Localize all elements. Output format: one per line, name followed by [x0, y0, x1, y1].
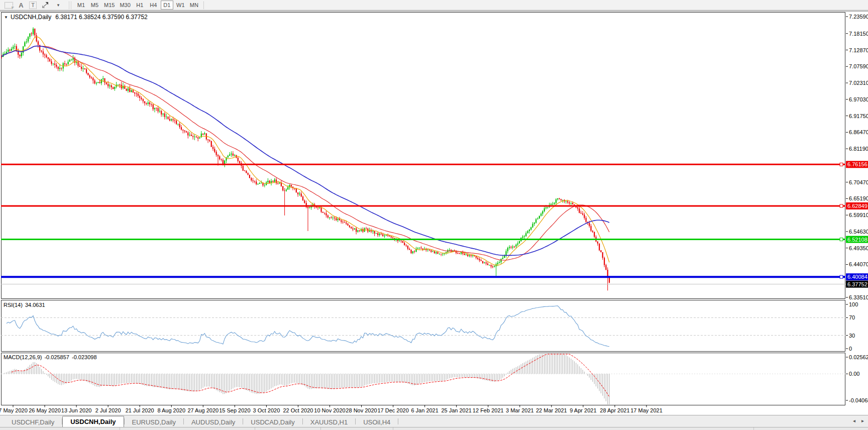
tab-scroll-left-icon[interactable]: ◂ [853, 418, 855, 424]
timeframe-h1-button[interactable]: H1 [134, 1, 146, 10]
tab-audusd-daily[interactable]: AUDUSD,Daily [184, 417, 243, 427]
svg-text:28 Nov 2020: 28 Nov 2020 [346, 407, 377, 413]
status-bar-segment [120, 427, 120, 430]
timeframe-d1-button[interactable]: D1 [161, 1, 173, 10]
status-bar-segment [255, 427, 255, 430]
svg-text:100: 100 [849, 301, 858, 307]
timeframe-toolbar: M1M5M15M30H1H4D1W1MN [74, 1, 201, 10]
svg-text:6.33510: 6.33510 [849, 294, 868, 300]
svg-text:28 Apr 2021: 28 Apr 2021 [600, 407, 629, 413]
macd-indicator-label: MACD(12,26,9)-0.025857-0.023098 [4, 354, 99, 360]
svg-text:6.49350: 6.49350 [849, 245, 868, 251]
tab-usdchf-daily[interactable]: USDCHF,Daily [4, 417, 62, 427]
tab-xauusd-h1[interactable]: XAUUSD,H1 [303, 417, 355, 427]
svg-text:15 Sep 2020: 15 Sep 2020 [219, 407, 250, 413]
toolbar: F A T ▾ M1M5M15M30H1H4D1W1MN [0, 0, 868, 11]
status-bar-segment [393, 427, 393, 430]
svg-text:27 Aug 2020: 27 Aug 2020 [187, 407, 219, 413]
toolbar-grip[interactable] [69, 2, 71, 9]
timeframe-h4-button[interactable]: H4 [147, 1, 160, 10]
rsi-value: 34.0631 [25, 302, 45, 308]
text-annotation-button[interactable]: A [16, 1, 26, 10]
svg-text:70: 70 [849, 314, 855, 320]
draw-arrows-icon [42, 2, 50, 9]
timeframe-m5-button[interactable]: M5 [88, 1, 101, 10]
svg-text:21 Jul 2020: 21 Jul 2020 [126, 407, 154, 413]
date-axis[interactable]: 7 May 202026 May 202013 Jun 20202 Jul 20… [0, 405, 663, 414]
mt4-window: F A T ▾ M1M5M15M30H1H4D1W1MN 6.761566.62… [0, 0, 868, 430]
macd-signal-value: -0.023098 [72, 354, 97, 360]
svg-text:6.59910: 6.59910 [849, 212, 868, 218]
text-box-icon: T [29, 2, 37, 9]
svg-text:7.12870: 7.12870 [849, 47, 868, 53]
svg-text:6.62849: 6.62849 [847, 203, 867, 209]
chevron-down-icon: ▾ [57, 3, 60, 8]
svg-text:12 Feb 2021: 12 Feb 2021 [473, 407, 504, 413]
svg-text:0.025623: 0.025623 [849, 354, 868, 360]
draw-arrows-button[interactable] [40, 1, 52, 10]
svg-text:8 Aug 2020: 8 Aug 2020 [157, 407, 185, 413]
timeframe-m15-button[interactable]: M15 [102, 1, 117, 10]
svg-text:6.81190: 6.81190 [849, 146, 868, 152]
svg-text:17 Dec 2020: 17 Dec 2020 [377, 407, 408, 413]
line-handle[interactable] [840, 163, 843, 166]
text-box-button[interactable]: T [27, 1, 39, 10]
status-bar-segment [320, 427, 321, 430]
status-bar [0, 427, 868, 430]
svg-text:7 May 2020: 7 May 2020 [0, 407, 28, 413]
arrows-dropdown-button[interactable]: ▾ [53, 1, 63, 10]
tab-divider [398, 418, 398, 424]
svg-text:10 Nov 2020: 10 Nov 2020 [314, 407, 345, 413]
svg-text:7.07590: 7.07590 [849, 63, 868, 69]
svg-text:2 Jul 2020: 2 Jul 2020 [95, 407, 121, 413]
timeframe-m30-button[interactable]: M30 [118, 1, 132, 10]
macd-name: MACD(12,26,9) [4, 354, 42, 360]
svg-text:6.40084: 6.40084 [847, 274, 867, 280]
svg-text:26 May 2020: 26 May 2020 [29, 407, 61, 413]
line-handle[interactable] [840, 204, 843, 207]
symbol-dropdown-icon[interactable]: ▼ [4, 15, 8, 20]
svg-text:3 Mar 2021: 3 Mar 2021 [506, 407, 534, 413]
timeframe-w1-button[interactable]: W1 [174, 1, 187, 10]
tab-eurusd-daily[interactable]: EURUSD,Daily [125, 417, 183, 427]
chart-tabs: USDCHF,DailyUSDCNH,DailyEURUSD,DailyAUDU… [0, 415, 868, 427]
svg-text:6.97030: 6.97030 [849, 96, 868, 102]
timeframe-mn-button[interactable]: MN [188, 1, 200, 10]
svg-text:0: 0 [849, 346, 852, 352]
svg-text:13 Jun 2020: 13 Jun 2020 [61, 407, 92, 413]
svg-text:6.44070: 6.44070 [849, 261, 868, 267]
rsi-indicator-label: RSI(14)34.0631 [4, 302, 48, 308]
tab-scroll-right-icon[interactable]: ▸ [861, 418, 864, 424]
status-bar-segment [753, 427, 754, 430]
svg-text:7.18150: 7.18150 [849, 31, 868, 37]
svg-text:6.52108: 6.52108 [847, 237, 867, 243]
price-axis[interactable]: 7.235907.181507.128707.075907.023106.970… [846, 14, 868, 300]
svg-text:3 Oct 2020: 3 Oct 2020 [253, 407, 280, 413]
svg-text:7.23590: 7.23590 [849, 14, 868, 20]
svg-text:22 Oct 2020: 22 Oct 2020 [283, 407, 313, 413]
tab-usoil-h4[interactable]: USOil,H4 [356, 417, 398, 427]
tab-usdcad-daily[interactable]: USDCAD,Daily [243, 417, 302, 427]
rsi-name: RSI(14) [4, 302, 23, 308]
svg-text:6.65190: 6.65190 [849, 195, 868, 201]
svg-text:7.02310: 7.02310 [849, 80, 868, 86]
timeframe-m1-button[interactable]: M1 [75, 1, 87, 10]
pane-borders [2, 13, 845, 405]
svg-text:6.54630: 6.54630 [849, 229, 868, 235]
svg-text:-0.040687: -0.040687 [849, 397, 868, 403]
chart-ohlc-values: 6.38171 6.38524 6.37590 6.37752 [55, 14, 148, 21]
line-handle[interactable] [840, 238, 843, 241]
svg-text:22 Mar 2021: 22 Mar 2021 [536, 407, 567, 413]
line-handle[interactable] [840, 275, 843, 278]
svg-text:6.86470: 6.86470 [849, 129, 868, 135]
tab-usdcnh-daily[interactable]: USDCNH,Daily [62, 416, 124, 427]
svg-text:17 May 2021: 17 May 2021 [630, 407, 663, 413]
dotted-rect-f-button[interactable]: F [3, 1, 15, 10]
macd-main-value: -0.025857 [44, 354, 69, 360]
svg-text:6.70470: 6.70470 [849, 179, 868, 185]
chart-canvas[interactable]: 6.761566.628496.521086.400846.377527.235… [0, 11, 868, 415]
svg-text:25 Jan 2021: 25 Jan 2021 [441, 407, 472, 413]
tab-scroll-arrows: ◂ ▸ [853, 418, 864, 424]
svg-text:30: 30 [849, 333, 855, 339]
chart-tab-bar: USDCHF,DailyUSDCNH,DailyEURUSD,DailyAUDU… [0, 415, 868, 427]
